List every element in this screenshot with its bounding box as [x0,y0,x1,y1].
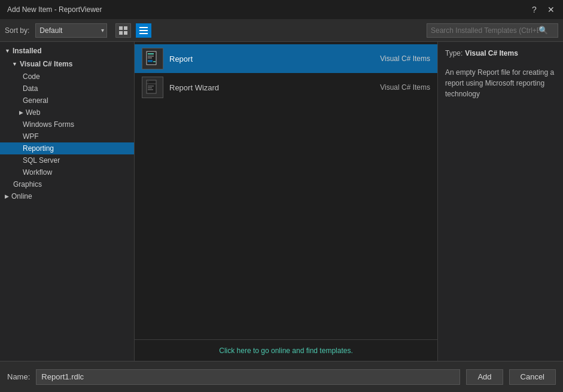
title-bar: Add New Item - ReportViewer ? ✕ [0,0,563,19]
svg-rect-11 [148,60,153,62]
installed-expand-icon: ▼ [5,48,10,54]
sidebar-header-vcsharp[interactable]: ▼ Visual C# Items [0,57,134,71]
right-panel: Type: Visual C# Items An empty Report fi… [437,42,563,361]
report-icon [142,48,163,69]
items-list: Report Visual C# Items * Report Wizard [135,42,437,339]
online-expand-icon: ▶ [5,193,9,199]
svg-rect-3 [124,31,127,35]
grid-icon [118,26,128,35]
add-button[interactable]: Add [466,369,503,385]
report-wizard-icon: * [142,77,163,98]
search-input[interactable] [431,26,538,35]
item-report-wizard-category: Visual C# Items [380,83,430,92]
svg-rect-4 [139,27,148,28]
svg-rect-16 [148,86,154,87]
sidebar-item-wpf-label: WPF [23,132,39,141]
sidebar-item-workflow-label: Workflow [23,168,52,177]
sidebar-item-code[interactable]: Code [0,71,134,83]
report-wizard-icon-svg: * [144,79,161,96]
type-label: Type: [445,49,462,57]
item-row-report[interactable]: Report Visual C# Items [135,44,437,73]
sidebar-item-wpf[interactable]: WPF [0,130,134,142]
svg-rect-0 [119,26,123,30]
search-box: 🔍 [427,23,558,38]
svg-rect-1 [124,26,127,30]
sidebar: ▼ Installed ▼ Visual C# Items Code Data … [0,42,135,361]
sidebar-header-installed[interactable]: ▼ Installed [0,44,134,57]
item-row-report-wizard[interactable]: * Report Wizard Visual C# Items [135,73,437,102]
sidebar-item-graphics-label: Graphics [13,180,42,189]
svg-rect-6 [139,33,148,34]
report-icon-svg [144,50,161,67]
name-label: Name: [7,372,30,381]
installed-label: Installed [13,47,42,55]
sidebar-item-graphics[interactable]: Graphics [0,178,134,190]
sidebar-item-winforms[interactable]: Windows Forms [0,118,134,130]
sidebar-item-data-label: Data [23,84,38,93]
svg-rect-5 [139,30,148,31]
list-icon [139,26,148,35]
main-area: ▼ Installed ▼ Visual C# Items Code Data … [0,42,563,361]
sidebar-item-winforms-label: Windows Forms [23,120,74,129]
description: An empty Report file for creating a repo… [445,67,556,99]
sidebar-item-web[interactable]: ▶ Web [0,107,134,118]
cancel-button[interactable]: Cancel [509,369,556,385]
item-report-wizard-name: Report Wizard [169,83,374,92]
svg-rect-2 [119,31,123,35]
sidebar-item-reporting[interactable]: Reporting [0,142,134,154]
svg-rect-10 [148,57,152,59]
svg-rect-9 [148,56,154,57]
sidebar-item-sqlserver[interactable]: SQL Server [0,154,134,166]
svg-rect-18 [148,89,153,90]
title-bar-buttons: ? ✕ [527,4,558,16]
online-link[interactable]: Click here to go online and find templat… [219,347,352,355]
sidebar-item-workflow[interactable]: Workflow [0,166,134,178]
vcsharp-expand-icon: ▼ [12,61,17,67]
list-view-button[interactable] [136,23,151,38]
sidebar-item-web-label: Web [26,108,40,117]
svg-rect-8 [148,53,154,54]
bottom-bar: Name: Add Cancel [0,361,563,392]
type-row: Type: Visual C# Items [445,49,556,63]
svg-rect-12 [153,61,156,62]
web-expand-icon: ▶ [19,110,23,116]
help-button[interactable]: ? [527,4,541,16]
svg-rect-17 [148,87,152,89]
name-input[interactable] [36,369,460,385]
center-panel: Report Visual C# Items * Report Wizard [135,42,437,361]
item-report-name: Report [169,54,374,63]
sidebar-item-data[interactable]: Data [0,83,134,95]
sidebar-item-online[interactable]: ▶ Online [0,190,134,202]
sidebar-item-general-label: General [23,96,48,105]
type-value: Visual C# Items [465,49,518,57]
sort-select[interactable]: Default Name Type [35,23,107,38]
dialog-title: Add New Item - ReportViewer [7,5,102,14]
grid-view-button[interactable] [115,23,131,38]
sort-label: Sort by: [5,26,29,35]
sort-select-wrap: Default Name Type [35,23,107,38]
sidebar-item-general[interactable]: General [0,95,134,107]
item-report-category: Visual C# Items [380,54,430,63]
search-button[interactable]: 🔍 [538,26,548,35]
sidebar-item-code-label: Code [23,72,40,81]
close-button[interactable]: ✕ [544,4,558,16]
sidebar-item-online-label: Online [11,192,32,200]
sidebar-item-reporting-label: Reporting [23,144,54,153]
vcsharp-label: Visual C# Items [20,60,73,68]
toolbar: Sort by: Default Name Type 🔍 [0,19,563,42]
online-link-bar: Click here to go online and find templat… [135,339,437,361]
sidebar-item-sqlserver-label: SQL Server [23,156,60,165]
